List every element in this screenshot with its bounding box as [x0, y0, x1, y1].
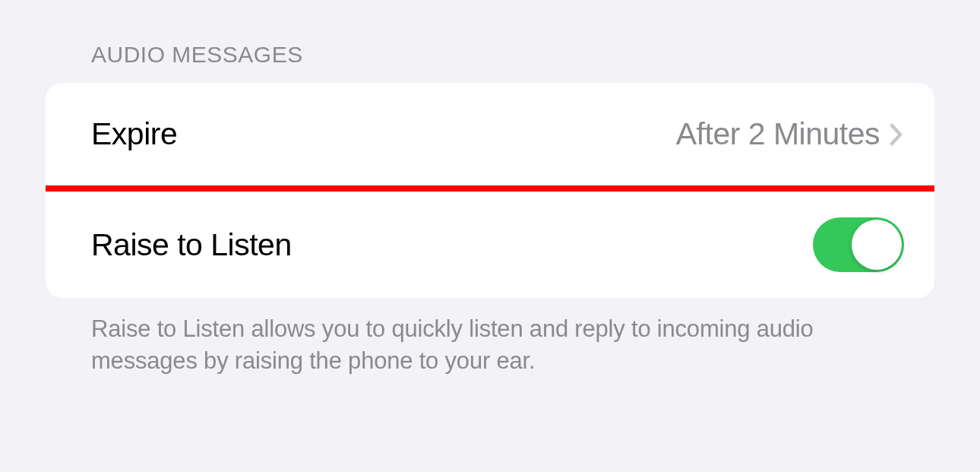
expire-value: After 2 Minutes [676, 116, 880, 152]
chevron-right-icon [889, 121, 904, 147]
raise-to-listen-row: Raise to Listen [46, 192, 934, 298]
raise-to-listen-toggle[interactable] [813, 217, 904, 272]
toggle-knob [852, 220, 902, 270]
section-footer: Raise to Listen allows you to quickly li… [46, 298, 934, 377]
audio-messages-section: AUDIO MESSAGES Expire After 2 Minutes Ra… [0, 0, 980, 377]
expire-row-right: After 2 Minutes [676, 116, 904, 152]
section-header: AUDIO MESSAGES [46, 42, 934, 83]
raise-to-listen-label: Raise to Listen [91, 227, 292, 263]
settings-group: Expire After 2 Minutes Raise to Listen [46, 83, 934, 298]
expire-label: Expire [91, 116, 177, 152]
expire-row-highlight: Expire After 2 Minutes [46, 83, 934, 192]
expire-row[interactable]: Expire After 2 Minutes [46, 83, 934, 185]
